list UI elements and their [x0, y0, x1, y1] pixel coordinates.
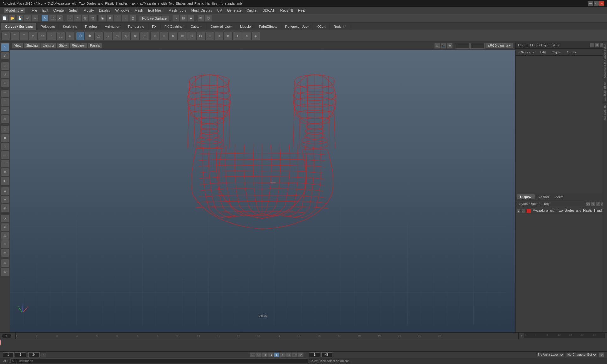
range-start-input[interactable]	[15, 352, 26, 357]
goto-end-btn[interactable]: ⏭	[292, 352, 298, 357]
shelf-icon-15[interactable]: ⊕	[131, 32, 140, 40]
tab-render[interactable]: Render	[535, 194, 552, 199]
save-scene-btn[interactable]: 💾	[16, 15, 23, 22]
move-left[interactable]: ✛	[1, 62, 9, 70]
lasso-select-btn[interactable]: ⬚	[49, 15, 56, 22]
tab-animation[interactable]: Animation	[101, 23, 124, 30]
timeline-ruler[interactable]: 1 2 3 4 5 6 7 8 9 10 11 12 13 14 15 16 1…	[16, 333, 518, 339]
wedge-left[interactable]: ◧	[1, 177, 9, 185]
next-key-btn[interactable]: ▷	[280, 352, 286, 357]
shelf-icon-23[interactable]: ↕	[205, 32, 214, 40]
menu-mesh-display[interactable]: Mesh Display	[189, 8, 215, 13]
mel-input[interactable]	[10, 358, 309, 363]
layer-forward-btn[interactable]: ▷	[596, 202, 600, 206]
current-frame-input-right[interactable]	[309, 352, 320, 357]
tab-sculpting[interactable]: Sculpting	[59, 23, 81, 30]
current-frame-input-left[interactable]	[3, 352, 14, 357]
undo-btn[interactable]: ↩	[24, 15, 31, 22]
shelf-icon-25[interactable]: ⊳	[224, 32, 233, 40]
minimize-button[interactable]: —	[588, 1, 593, 6]
mini-timeline[interactable]: 1 4 8 12 16 20 24	[524, 333, 605, 338]
shelf-icon-20[interactable]: ⊞	[178, 32, 187, 40]
options-tab[interactable]: Options	[529, 202, 541, 206]
shelf-icon-26[interactable]: ⋄	[233, 32, 242, 40]
ep-curve-left[interactable]: ⌒	[1, 98, 9, 106]
misc-left2[interactable]: ⊗	[1, 268, 9, 276]
layer-visibility-1[interactable]: V	[517, 209, 520, 213]
select-tool-btn[interactable]: ↖	[41, 15, 48, 22]
shelf-icon-1[interactable]: ⌒	[1, 32, 10, 40]
scale-tool-btn[interactable]: ⊞	[82, 15, 89, 22]
vp-select-all-btn[interactable]: ⬚	[434, 43, 440, 49]
char-set-select[interactable]: No Character Set	[566, 352, 598, 357]
tab-redshift[interactable]: Redshift	[330, 23, 350, 30]
shelf-icon-12[interactable]: ◇	[103, 32, 112, 40]
tab-object[interactable]: Object	[549, 50, 564, 55]
symmetry-left[interactable]: ⇔	[1, 196, 9, 204]
layer-row-1[interactable]: V P Mezzaluna_with_Two_Blades_and_Plasti…	[516, 207, 607, 214]
channel-box-float[interactable]: ⊡	[595, 43, 599, 47]
paint-select-btn[interactable]: 🖌	[57, 15, 64, 22]
render-region-btn[interactable]: ⊡	[180, 15, 187, 22]
vp-gamma-select[interactable]: sRGB gamma ▾	[485, 43, 513, 48]
menu-cache[interactable]: Cache	[244, 8, 259, 13]
snap-curve-btn[interactable]: ⌒	[114, 15, 121, 22]
history-left[interactable]: ⟳	[1, 215, 9, 223]
shelf-icon-2[interactable]: ⌒	[10, 32, 19, 40]
play-backward-btn[interactable]: ▶	[268, 352, 274, 357]
pencil-left[interactable]: ✏	[1, 106, 9, 115]
ipr-btn[interactable]: ◈	[187, 15, 194, 22]
connect-left[interactable]: —	[1, 160, 9, 168]
snap-left[interactable]: #	[1, 223, 9, 231]
vtab-attribute-editor[interactable]: Attribute Editor	[603, 80, 607, 103]
multi-cut-left[interactable]: ✂	[1, 151, 9, 159]
shelf-icon-11[interactable]: △	[94, 32, 103, 40]
tab-channels[interactable]: Channels	[517, 50, 536, 55]
playback-end-input[interactable]	[321, 352, 332, 357]
shelf-icon-13[interactable]: ⬭	[113, 32, 121, 40]
tab-fx-caching[interactable]: FX Caching	[161, 23, 187, 30]
menu-mesh[interactable]: Mesh	[132, 8, 145, 13]
menu-edit-mesh[interactable]: Edit Mesh	[145, 8, 166, 13]
timeline-scrub[interactable]	[0, 339, 607, 345]
shelf-icon-27[interactable]: ⌀	[242, 32, 251, 40]
menu-edit[interactable]: Edit	[40, 8, 51, 13]
new-scene-btn[interactable]: 📄	[1, 15, 8, 22]
soft-select-icon[interactable]: ◉	[1, 187, 9, 195]
workspace-selector[interactable]: Modeling	[4, 8, 25, 13]
step-forward-btn[interactable]: ⏭	[286, 352, 292, 357]
menu-uv[interactable]: UV	[215, 8, 224, 13]
shelf-icon-3[interactable]: ⌒	[20, 32, 28, 40]
create-poly-left[interactable]: ⬡	[1, 125, 9, 134]
shelf-icon-28[interactable]: ◈	[251, 32, 260, 40]
soft-select-btn[interactable]: ◉	[99, 15, 106, 22]
vp-lighting-btn[interactable]: Lighting	[40, 43, 56, 48]
redo-btn[interactable]: ↪	[32, 15, 39, 22]
layer-pickable-1[interactable]: P	[522, 209, 525, 213]
tab-anim[interactable]: Anim	[552, 194, 567, 199]
anim-layer-select[interactable]: No Anim Layer	[536, 352, 565, 357]
wire-mode-left[interactable]: ⊞	[1, 232, 9, 240]
vp-grid-btn[interactable]: ⊞	[447, 43, 453, 49]
rotate-left[interactable]: ↺	[1, 70, 9, 79]
shelf-icon-18[interactable]: ○	[160, 32, 169, 40]
menu-generate[interactable]: Generate	[224, 8, 244, 13]
cv-curve-left[interactable]: ⌒	[1, 89, 9, 98]
shelf-icon-6[interactable]: ◜	[47, 32, 56, 40]
tab-polygons[interactable]: Polygons	[37, 23, 59, 30]
shelf-icon-5[interactable]: ◠	[38, 32, 47, 40]
menu-modeling[interactable]: Modeling	[1, 7, 28, 14]
shelf-icon-21[interactable]: ⊟	[187, 32, 196, 40]
menu-display[interactable]: Display	[96, 8, 113, 13]
menu-file[interactable]: File	[29, 8, 40, 13]
vp-renderer-btn[interactable]: Renderer	[70, 43, 87, 48]
bevel-left[interactable]: ⌑	[1, 143, 9, 151]
tab-paint-effects[interactable]: PaintEffects	[255, 23, 282, 30]
shelf-icon-17[interactable]: ☆	[150, 32, 159, 40]
vp-input2[interactable]: 1.00	[470, 43, 485, 49]
isolate-btn[interactable]: ◎	[205, 15, 212, 22]
play-forward-btn[interactable]: ▶	[274, 352, 280, 357]
menu-mesh-tools[interactable]: Mesh Tools	[166, 8, 188, 13]
menu-create[interactable]: Create	[51, 8, 66, 13]
select-tool-left[interactable]: ↖	[1, 43, 9, 51]
